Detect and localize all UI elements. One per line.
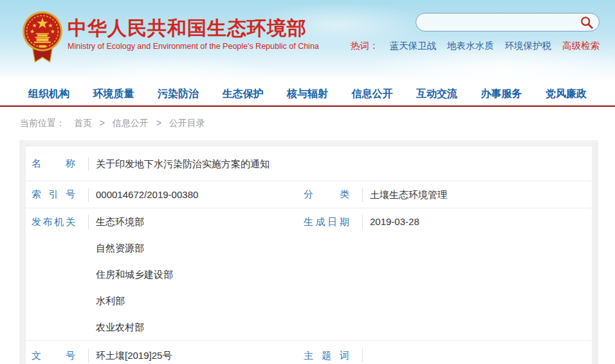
hotwords-label: 热词： — [351, 40, 379, 52]
document-name-value: 关于印发地下水污染防治实施方案的通知 — [88, 158, 592, 170]
nav-item-interaction[interactable]: 互动交流 — [416, 87, 457, 101]
category-label: 分类 — [298, 188, 362, 201]
nav-item-services[interactable]: 办事服务 — [481, 87, 522, 101]
issuer-item: 农业农村部 — [96, 314, 298, 340]
site-title: 中华人民共和国生态环境部 — [68, 17, 319, 39]
search-icon — [580, 15, 594, 30]
date-label: 生成日期 — [298, 208, 362, 235]
issuer-item: 住房和城乡建设部 — [96, 261, 298, 287]
search-button[interactable] — [580, 15, 594, 30]
site-brand: 中华人民共和国生态环境部 Ministry of Ecology and Env… — [68, 17, 319, 51]
issuer-value-list: 生态环境部 自然资源部 住房和城乡建设部 水利部 农业农村部 — [88, 208, 298, 340]
table-row-name: 名称 关于印发地下水污染防治实施方案的通知 — [26, 147, 592, 181]
nav-item-nuclear-radiation[interactable]: 核与辐射 — [287, 87, 328, 101]
issuer-item: 自然资源部 — [96, 235, 298, 261]
nav-item-pollution-control[interactable]: 污染防治 — [158, 87, 199, 101]
index-value: 000014672/2019-00380 — [88, 188, 298, 201]
search-input[interactable] — [425, 14, 573, 30]
hotword-link-env-tax[interactable]: 环境保护税 — [505, 40, 552, 52]
breadcrumb: 当前位置： 首页 > 信息公开 > 公开目录 — [0, 107, 615, 140]
issuer-item: 生态环境部 — [96, 208, 298, 235]
docno-label: 文号 — [26, 350, 88, 362]
document-metadata-frame: 名称 关于印发地下水污染防治实施方案的通知 索引号 000014672/2019… — [19, 140, 598, 364]
breadcrumb-home[interactable]: 首页 — [74, 118, 92, 128]
site-subtitle: Ministry of Ecology and Environment of t… — [68, 42, 319, 51]
date-value: 2019-03-28 — [362, 208, 592, 235]
table-row-issuer: 发布机关 生态环境部 自然资源部 住房和城乡建设部 水利部 农业农村部 生成日期… — [26, 208, 592, 341]
hotwords-bar: 热词： 蓝天保卫战 地表水水质 环境保护税 高级检索 — [416, 40, 600, 52]
search-area: 热词： 蓝天保卫战 地表水水质 环境保护税 高级检索 — [416, 13, 600, 52]
docno-value: 环土壤[2019]25号 — [88, 349, 298, 362]
nav-item-organization[interactable]: 组织机构 — [28, 87, 69, 101]
hotword-link-blue-sky[interactable]: 蓝天保卫战 — [390, 40, 437, 52]
subject-label: 主题词 — [298, 350, 362, 362]
issuer-label: 发布机关 — [26, 208, 88, 235]
main-nav: 组织机构 环境质量 污染防治 生态保护 核与辐射 信息公开 互动交流 办事服务 … — [0, 82, 615, 107]
breadcrumb-separator: > — [156, 118, 161, 128]
breadcrumb-info-disclosure[interactable]: 信息公开 — [113, 118, 149, 128]
search-box — [416, 13, 600, 32]
nav-item-party-conduct[interactable]: 党风廉政 — [546, 87, 587, 101]
breadcrumb-separator: > — [100, 118, 105, 128]
breadcrumb-label: 当前位置： — [20, 118, 65, 128]
nav-item-env-quality[interactable]: 环境质量 — [93, 87, 134, 101]
table-row-index: 索引号 000014672/2019-00380 分类 土壤生态环境管理 — [26, 181, 592, 208]
hotword-link-surface-water[interactable]: 地表水水质 — [447, 40, 494, 52]
advanced-search-link[interactable]: 高级检索 — [562, 40, 600, 52]
breadcrumb-catalog[interactable]: 公开目录 — [169, 118, 205, 128]
table-row-docno: 文号 环土壤[2019]25号 主题词 — [26, 341, 592, 364]
document-metadata-table: 名称 关于印发地下水污染防治实施方案的通知 索引号 000014672/2019… — [26, 147, 592, 364]
nav-item-eco-protection[interactable]: 生态保护 — [223, 87, 264, 101]
issuer-item: 水利部 — [96, 287, 298, 314]
national-emblem-icon — [19, 10, 66, 69]
name-label: 名称 — [26, 158, 88, 170]
index-label: 索引号 — [26, 188, 88, 201]
category-value: 土壤生态环境管理 — [362, 188, 592, 201]
site-header: 中华人民共和国生态环境部 Ministry of Ecology and Env… — [0, 0, 615, 82]
nav-item-info-disclosure[interactable]: 信息公开 — [352, 87, 393, 101]
